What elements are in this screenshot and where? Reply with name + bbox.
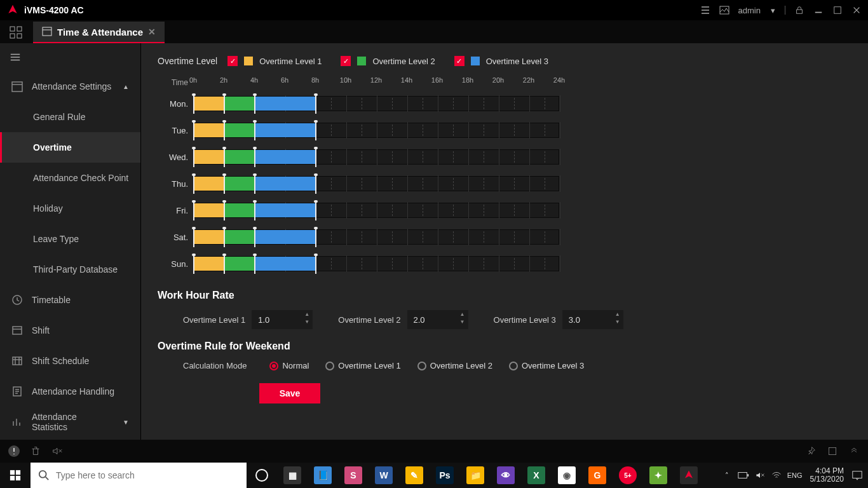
segment-level1[interactable]	[194, 257, 224, 271]
day-bar[interactable]	[193, 256, 559, 271]
drag-handle[interactable]	[192, 228, 196, 247]
wifi-icon[interactable]	[771, 470, 782, 481]
day-bar[interactable]	[193, 176, 559, 191]
segment-level3[interactable]	[255, 150, 316, 164]
segment-level3[interactable]	[255, 203, 316, 217]
app-chrome[interactable]: ◉	[552, 463, 582, 488]
drag-handle[interactable]	[222, 255, 226, 274]
drag-handle[interactable]	[222, 175, 226, 194]
app-excel[interactable]: X	[521, 463, 552, 488]
segment-level1[interactable]	[194, 123, 224, 137]
app-green[interactable]: ✦	[643, 463, 674, 488]
volume-mute-icon[interactable]	[51, 445, 64, 458]
drag-handle[interactable]	[253, 201, 257, 220]
drag-handle[interactable]	[222, 228, 226, 247]
drag-handle[interactable]	[253, 121, 257, 140]
battery-icon[interactable]	[738, 470, 749, 481]
sidebar-item-overtime[interactable]: Overtime	[0, 132, 140, 163]
day-bar[interactable]	[193, 149, 559, 165]
segment-level3[interactable]	[255, 230, 316, 244]
drag-handle[interactable]	[253, 148, 257, 167]
drag-handle[interactable]	[253, 95, 257, 114]
user-label[interactable]: admin	[738, 6, 761, 15]
app-explorer[interactable]: 📁	[460, 463, 491, 488]
list-icon[interactable]	[700, 5, 710, 15]
segment-level1[interactable]	[194, 203, 224, 217]
app-photoshop[interactable]: Ps	[430, 463, 460, 488]
sidebar-group-attendance-settings[interactable]: Attendance Settings ▲	[0, 71, 140, 102]
drag-handle[interactable]	[314, 255, 318, 274]
segment-level1[interactable]	[194, 97, 224, 111]
lock-icon[interactable]	[794, 5, 804, 15]
radio-overtime-level-2[interactable]: Overtime Level 2	[417, 361, 492, 370]
drag-handle[interactable]	[192, 175, 196, 194]
sidebar-item-shift-schedule[interactable]: Shift Schedule	[0, 346, 140, 376]
taskbar-search[interactable]	[31, 463, 247, 488]
segment-level2[interactable]	[224, 230, 255, 244]
drag-handle[interactable]	[253, 228, 257, 247]
maximize-icon[interactable]	[832, 5, 843, 15]
radio-normal[interactable]: Normal	[269, 361, 309, 370]
start-button[interactable]	[0, 463, 31, 488]
radio-overtime-level-1[interactable]: Overtime Level 1	[325, 361, 400, 370]
drag-handle[interactable]	[192, 121, 196, 140]
sidebar-item-shift[interactable]: Shift	[0, 315, 140, 346]
picture-icon[interactable]	[719, 5, 729, 15]
segment-level3[interactable]	[255, 177, 316, 191]
chevron-down-icon[interactable]: ▾	[770, 5, 776, 15]
drag-handle[interactable]	[192, 201, 196, 220]
search-input[interactable]	[56, 470, 239, 480]
expand-up-icon[interactable]	[848, 445, 860, 458]
drag-handle[interactable]	[222, 121, 226, 140]
window-icon[interactable]	[826, 445, 839, 458]
drag-handle[interactable]	[314, 121, 318, 140]
spin-up-icon[interactable]: ▲	[614, 311, 621, 318]
app-sticky[interactable]: ✎	[399, 463, 430, 488]
drag-handle[interactable]	[314, 201, 318, 220]
checkbox-level1[interactable]: ✓	[227, 56, 238, 66]
segment-level3[interactable]	[255, 123, 316, 137]
tray-lang[interactable]: ENG	[787, 471, 803, 479]
sidebar-item-attendance-check-point[interactable]: Attendance Check Point	[0, 163, 140, 193]
sidebar-item-third-party-database[interactable]: Third-Party Database	[0, 254, 140, 285]
app-ivms[interactable]	[674, 463, 704, 488]
drag-handle[interactable]	[314, 175, 318, 194]
drag-handle[interactable]	[222, 201, 226, 220]
save-button[interactable]: Save	[259, 383, 320, 403]
segment-level1[interactable]	[194, 150, 224, 164]
cortana-icon[interactable]	[247, 463, 277, 488]
drag-handle[interactable]	[222, 148, 226, 167]
sidebar-item-timetable[interactable]: Timetable	[0, 285, 140, 315]
segment-level2[interactable]	[224, 150, 255, 164]
volume-icon[interactable]	[754, 470, 766, 481]
checkbox-level3[interactable]: ✓	[454, 56, 465, 66]
spin-down-icon[interactable]: ▼	[459, 319, 466, 325]
day-bar[interactable]	[193, 229, 559, 245]
rate-l3-input[interactable]: 3.0▲▼	[562, 310, 623, 329]
pin-icon[interactable]	[804, 445, 817, 458]
drag-handle[interactable]	[314, 228, 318, 247]
sidebar-item-attendance-statistics[interactable]: Attendance Statistics▼	[0, 407, 140, 437]
app-orange[interactable]: G	[582, 463, 613, 488]
sidebar-item-leave-type[interactable]: Leave Type	[0, 224, 140, 254]
alert-icon[interactable]	[8, 445, 20, 458]
segment-level1[interactable]	[194, 230, 224, 244]
checkbox-level2[interactable]: ✓	[341, 56, 351, 66]
drag-handle[interactable]	[253, 255, 257, 274]
segment-level3[interactable]	[255, 257, 316, 271]
notifications-icon[interactable]	[851, 470, 863, 481]
tab-time-attendance[interactable]: Time & Attendance ✕	[33, 22, 165, 43]
segment-level2[interactable]	[224, 177, 255, 191]
spin-down-icon[interactable]: ▼	[304, 319, 310, 325]
tab-close-icon[interactable]: ✕	[148, 27, 156, 37]
tray-chevron-icon[interactable]: ˄	[721, 470, 733, 481]
segment-level2[interactable]	[224, 97, 255, 111]
spin-up-icon[interactable]: ▲	[459, 311, 466, 318]
segment-level1[interactable]	[194, 177, 224, 191]
segment-level2[interactable]	[224, 123, 255, 137]
sidebar-item-attendance-handling[interactable]: Attendance Handling	[0, 376, 140, 407]
menu-toggle-icon[interactable]	[0, 43, 31, 71]
minimize-icon[interactable]	[813, 5, 824, 15]
day-bar[interactable]	[193, 96, 559, 111]
segment-level2[interactable]	[224, 203, 255, 217]
